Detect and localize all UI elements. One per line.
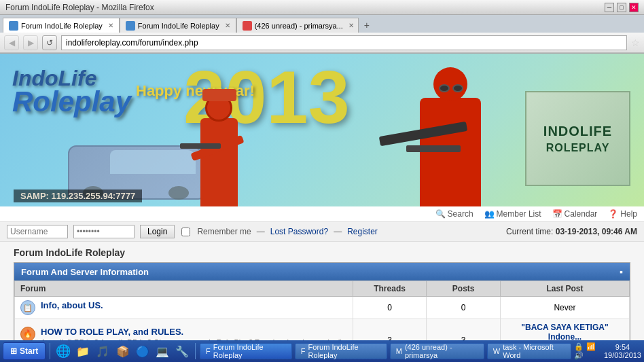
logo-line2: Roleplay [12,86,131,118]
col-lastpost: Last Post [500,281,629,297]
register-link[interactable]: Register [347,227,378,236]
building-sign-line2: ROLEPLAY [546,142,610,154]
clock-time: 9:54 [604,343,641,351]
figure-right [399,57,508,206]
clock-date: 19/03/2013 [604,351,641,359]
tab-close-2[interactable]: ✕ [225,22,230,29]
col-forum: Forum [15,281,353,297]
login-bar: Login Remember me — Lost Password? — Reg… [0,222,644,242]
threads-cell-0: 0 [353,297,427,319]
taskbar-icon-ie[interactable]: 🌐 [54,342,71,361]
navigation-bar: ◀ ▶ ↺ ☆ [0,33,644,53]
section-title-0: Forum And Server Information [21,267,149,277]
minimize-button[interactable]: ─ [605,3,614,12]
tab-favicon-3 [243,21,252,31]
calendar-label: Calendar [565,209,598,219]
title-bar: Forum IndoLife Roleplay - Mozilla Firefo… [0,0,644,15]
posts-cell-0: 0 [427,297,501,319]
window-controls: ─ □ ✕ [605,3,639,12]
section-collapse-icon-0[interactable]: ▪ [620,266,623,277]
windows-icon: ⊞ [10,346,17,356]
indolife-building-sign: INDOLIFE ROLEPLAY [525,91,630,186]
bookmark-icon[interactable]: ☆ [631,37,640,48]
tab-close-1[interactable]: ✕ [108,22,113,29]
taskbar-app-2[interactable]: M (426 unread) - primarsya [390,343,484,359]
new-tab-button[interactable]: + [359,18,375,33]
taskbar-app-0[interactable]: F Forum IndoLife Roleplay [200,343,292,359]
page-content: IndoLife Roleplay 2013 Happy new year! [0,54,644,362]
member-list-label: Member List [497,209,541,219]
taskbar-right: 🔒 📶 🔊 9:54 19/03/2013 [574,342,641,360]
figure-left [190,71,258,206]
tab-favicon-1 [9,21,18,31]
calendar-icon: 📅 [552,209,562,219]
tab-label-1: Forum IndoLife Roleplay [21,22,103,30]
start-label: Start [20,346,38,356]
tab-3[interactable]: (426 unread) - primarsya... ✕ [236,18,359,33]
lastpost-cell-0: Never [500,297,629,319]
username-input[interactable] [7,225,68,238]
login-separator-1: — [257,227,265,236]
taskbar-app-favicon-1: F [301,347,306,355]
taskbar-app-1[interactable]: F Forum IndoLife Roleplay [295,343,387,359]
close-button[interactable]: ✕ [629,3,639,12]
taskbar-icon-files[interactable]: 💻 [154,342,171,361]
start-button[interactable]: ⊞ Start [3,342,46,360]
taskbar-app-favicon-0: F [206,347,211,355]
building-sign-line1: INDOLIFE [543,124,612,139]
login-separator-2: — [334,227,342,236]
tray-icons: 🔒 📶 🔊 [574,342,599,360]
tab-2[interactable]: Forum IndoLife Roleplay ✕ [120,18,236,33]
remember-me-checkbox[interactable] [181,228,190,236]
address-bar[interactable] [61,35,627,50]
lost-password-link[interactable]: Lost Password? [270,227,328,236]
back-button[interactable]: ◀ [4,35,19,50]
tab-close-3[interactable]: ✕ [348,22,354,29]
samp-address: SAMP: 119.235.255.94:7777 [14,189,142,202]
last-post-link-1[interactable]: "BACA SAYA KETIGA" Indone... [521,323,608,342]
taskbar-app-label-0: Forum IndoLife Roleplay [213,343,286,359]
calendar-nav-item[interactable]: 📅 Calendar [552,209,598,219]
current-time-value: 03-19-2013, 09:46 AM [556,227,637,236]
current-time: Current time: 03-19-2013, 09:46 AM [506,227,637,236]
taskbar-divider-2 [195,343,196,359]
forum-name-link-0[interactable]: Info, about US. [41,300,103,310]
tab-label-2: Forum IndoLife Roleplay [138,22,219,30]
taskbar-icon-apps[interactable]: 📦 [114,342,131,361]
forum-name-link-1[interactable]: HOW TO ROLE PLAY, and RULES. [41,327,183,337]
help-nav-item[interactable]: ❓ Help [608,209,637,219]
taskbar: ⊞ Start 🌐 📁 🎵 📦 🔵 💻 🔧 F Forum IndoLife R… [0,340,644,362]
browser-tabs: Forum IndoLife Roleplay ✕ Forum IndoLife… [0,15,644,33]
search-nav-icon: 🔍 [435,209,446,219]
maximize-button[interactable]: □ [617,3,626,12]
taskbar-icon-app2[interactable]: 🔧 [174,342,191,361]
tab-1[interactable]: Forum IndoLife Roleplay ✕ [3,18,120,33]
table-row: 📋 Info, about US. 0 0 Never [15,297,630,319]
forward-button[interactable]: ▶ [23,35,38,50]
taskbar-app-label-2: (426 unread) - primarsya [405,343,478,359]
login-button[interactable]: Login [140,225,175,238]
taskbar-icon-chrome[interactable]: 🔵 [134,342,151,361]
current-time-label: Current time: [506,227,553,236]
taskbar-divider-1 [50,343,50,359]
taskbar-app-3[interactable]: W task - Microsoft Word [487,343,572,359]
refresh-button[interactable]: ↺ [42,35,57,50]
col-threads: Threads [353,281,427,297]
system-tray: 🔒 📶 🔊 [574,342,599,360]
page-title: Forum IndoLife Roleplay [14,247,630,258]
member-list-nav-item[interactable]: 👥 Member List [484,209,541,219]
taskbar-icon-media[interactable]: 🎵 [94,342,111,361]
forum-cell-0: 📋 Info, about US. [15,297,353,319]
tab-label-3: (426 unread) - primarsya... [255,22,343,30]
tab-favicon-2 [126,21,135,31]
search-nav-label: Search [448,209,473,219]
taskbar-app-favicon-3: W [493,347,500,355]
section-header-0: Forum And Server Information ▪ [14,263,630,280]
password-input[interactable] [73,225,135,238]
col-posts: Posts [427,281,501,297]
last-post-text-0: Never [506,303,624,312]
search-nav-item[interactable]: 🔍 Search [435,209,473,219]
taskbar-icon-folder[interactable]: 📁 [75,342,92,361]
help-label: Help [620,209,637,219]
forum-name-cell-0: 📋 Info, about US. [20,300,347,315]
